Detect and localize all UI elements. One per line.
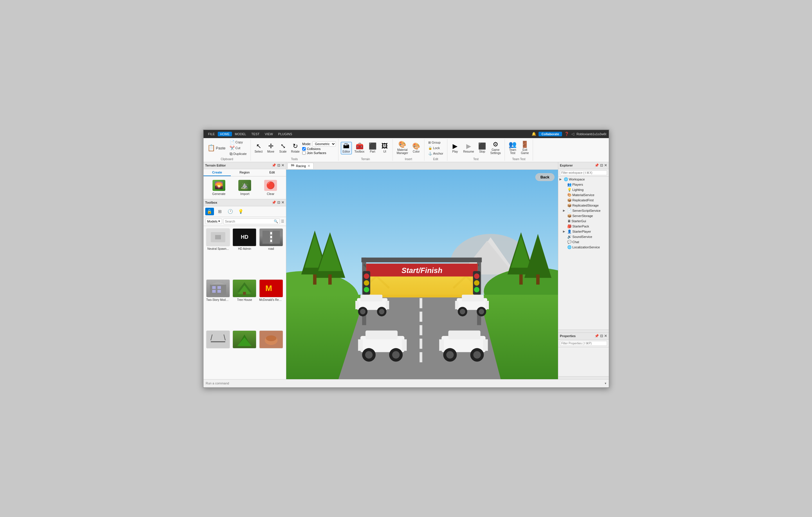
toolbox-tab-light[interactable]: 💡 — [237, 208, 245, 215]
tree-item-starter-pack[interactable]: 🎒 StarterPack — [558, 224, 609, 229]
toolbox-item-extra2[interactable] — [232, 330, 257, 376]
toolbox-settings-icon[interactable]: ☰ — [281, 219, 284, 223]
toolbox-item-building[interactable]: Two-Story Modern... — [206, 279, 231, 329]
menu-model[interactable]: MODEL — [233, 132, 249, 136]
tree-item-chat[interactable]: 💬 Chat — [558, 239, 609, 245]
main-content: Terrain Editor 📌 ⊡ ✕ Create Region Edit … — [204, 162, 609, 379]
bottom-bar-chevron-icon[interactable]: ▾ — [605, 382, 606, 385]
toolbox-tab-lock[interactable]: 🔒 — [205, 208, 214, 215]
viewport-tab-racing[interactable]: 🏁 Racing ✕ — [287, 163, 314, 169]
terrain-close-icon[interactable]: ✕ — [281, 163, 284, 168]
menu-view[interactable]: VIEW — [262, 132, 275, 136]
toolbox-pin-icon[interactable]: 📌 — [272, 201, 276, 205]
join-surfaces-checkbox[interactable] — [302, 151, 306, 155]
toolbox-item-hd-admin[interactable]: HD HD Admin — [232, 228, 257, 278]
help-icon[interactable]: ❓ — [564, 132, 569, 136]
terrain-expand-icon[interactable]: ⊡ — [277, 163, 280, 168]
game-settings-button[interactable]: ⚙ Game Settings — [489, 141, 502, 155]
terrain-tab-create[interactable]: Create — [204, 169, 231, 176]
toolbox-close-icon[interactable]: ✕ — [281, 201, 284, 205]
move-button[interactable]: ✛ Move — [265, 142, 277, 154]
svg-rect-33 — [419, 298, 422, 308]
tree-item-starter-player[interactable]: ▶ 👤 StarterPlayer — [558, 229, 609, 234]
terrain-tab-edit[interactable]: Edit — [258, 169, 286, 176]
svg-rect-68 — [360, 295, 382, 301]
explorer-header: Explorer 📌 ⊡ ✕ — [558, 162, 609, 169]
duplicate-button[interactable]: ⧉ Duplicate — [228, 151, 248, 157]
explorer-expand-icon[interactable]: ⊡ — [600, 163, 603, 168]
select-button[interactable]: ↖ Select — [253, 142, 264, 154]
toolbox-ribbon-button[interactable]: 🧰 Toolbox — [353, 142, 366, 154]
scale-button[interactable]: ⤡ Scale — [278, 142, 289, 154]
terrain-import-tool[interactable]: ⛰️ Import — [238, 180, 251, 195]
svg-rect-90 — [402, 339, 406, 351]
back-button[interactable]: Back — [535, 173, 554, 181]
exit-game-button[interactable]: 🚪 Exit Game — [519, 141, 530, 155]
toolbox-tab-clock[interactable]: 🕐 — [226, 208, 235, 215]
lock-button[interactable]: 🔒 Lock — [427, 146, 445, 151]
tree-item-sound-service[interactable]: 🔊 SoundService — [558, 234, 609, 239]
toolbox-category-dropdown[interactable]: Models ▾ — [205, 218, 222, 224]
explorer-scrollbar-x[interactable] — [558, 330, 609, 333]
tree-item-material-service[interactable]: 🎨 MaterialService — [558, 192, 609, 197]
team-test-button[interactable]: 👥 Team Test — [507, 141, 518, 155]
bell-icon[interactable]: 🔔 — [531, 132, 536, 136]
toolbox-tab-grid[interactable]: ⊞ — [216, 208, 224, 215]
color-button[interactable]: 🎨 Color — [411, 142, 422, 154]
racing-tab-close[interactable]: ✕ — [308, 164, 310, 168]
anchor-button[interactable]: ⚓ Anchor — [427, 151, 445, 156]
toolbox-expand-icon[interactable]: ⊡ — [277, 201, 280, 205]
properties-pin-icon[interactable]: 📌 — [594, 334, 599, 338]
paste-button[interactable]: 📋 Paste — [206, 144, 227, 152]
resume-button[interactable]: ▶ Resume — [462, 142, 475, 154]
toolbox-item-treehouse[interactable]: Tree House — [232, 279, 257, 329]
explorer-pin-icon[interactable]: 📌 — [594, 163, 599, 168]
terrain-generate-tool[interactable]: 🌄 Generate — [212, 180, 226, 195]
cut-button[interactable]: ✂️ Cut — [228, 145, 248, 151]
mode-select[interactable]: Geometric — [312, 141, 336, 147]
collaborate-button[interactable]: Collaborate — [539, 132, 562, 136]
menu-plugins[interactable]: PLUGINS — [276, 132, 294, 136]
tree-item-workspace[interactable]: ▶ 🌐 Workspace — [558, 177, 609, 182]
group-button[interactable]: ⊞ Group — [427, 140, 445, 145]
terrain-tab-region[interactable]: Region — [231, 169, 258, 176]
rotate-button[interactable]: ↻ Rotate — [290, 142, 301, 154]
part-button[interactable]: ⬛ Part — [367, 142, 378, 154]
editor-button[interactable]: 🏔 Editor — [341, 142, 352, 154]
menu-test[interactable]: TEST — [249, 132, 262, 136]
tree-item-server-script-service[interactable]: ▶ 📄 ServerScriptService — [558, 208, 609, 213]
stop-button[interactable]: ⬛ Stop — [477, 142, 488, 154]
properties-close-icon[interactable]: ✕ — [604, 334, 607, 338]
explorer-filter-input[interactable] — [560, 170, 607, 175]
properties-expand-icon[interactable]: ⊡ — [600, 334, 603, 338]
viewport-content[interactable]: Start/Finish — [286, 170, 558, 379]
properties-scrollbar-x[interactable] — [558, 376, 609, 379]
toolbox-item-extra1[interactable] — [206, 330, 231, 376]
collisions-checkbox[interactable] — [302, 147, 306, 151]
material-manager-button[interactable]: 🎨 Material Manager — [395, 141, 409, 155]
toolbox-item-extra3[interactable] — [259, 330, 283, 376]
terrain-pin-icon[interactable]: 📌 — [272, 163, 276, 168]
play-button[interactable]: ▶ Play — [450, 142, 461, 154]
tree-item-localization-service[interactable]: 🌐 LocalizationService — [558, 245, 609, 250]
toolbox-item-spawn[interactable]: Neutral Spawn... — [206, 228, 231, 278]
ui-button[interactable]: 🖼 UI — [379, 142, 390, 154]
explorer-close-icon[interactable]: ✕ — [604, 163, 607, 168]
share-icon[interactable]: ◁ — [571, 132, 574, 136]
tree-item-players[interactable]: 👥 Players — [558, 182, 609, 187]
terrain-clear-tool[interactable]: 🔴 Clear — [264, 180, 277, 195]
tree-item-replicated-first[interactable]: 📦 ReplicatedFirst — [558, 197, 609, 203]
properties-filter-input[interactable] — [560, 341, 607, 346]
tree-item-replicated-storage[interactable]: 📦 ReplicatedStorage — [558, 203, 609, 208]
clipboard-group-label: Clipboard — [221, 157, 233, 161]
tree-item-server-storage[interactable]: 📦 ServerStorage — [558, 213, 609, 218]
toolbox-search-input[interactable] — [225, 220, 274, 223]
toolbox-item-road[interactable]: road — [259, 228, 283, 278]
menu-home[interactable]: HOME — [218, 132, 232, 136]
tree-item-starter-gui[interactable]: 🖥 StarterGui — [558, 218, 609, 224]
menu-file[interactable]: FILE — [206, 132, 217, 136]
toolbox-item-mcdonalds[interactable]: M McDonald's Restaurant — [259, 279, 283, 329]
copy-button[interactable]: 📄 Copy — [228, 139, 248, 145]
tree-item-lighting[interactable]: 💡 Lighting — [558, 187, 609, 192]
command-input[interactable] — [206, 382, 605, 385]
